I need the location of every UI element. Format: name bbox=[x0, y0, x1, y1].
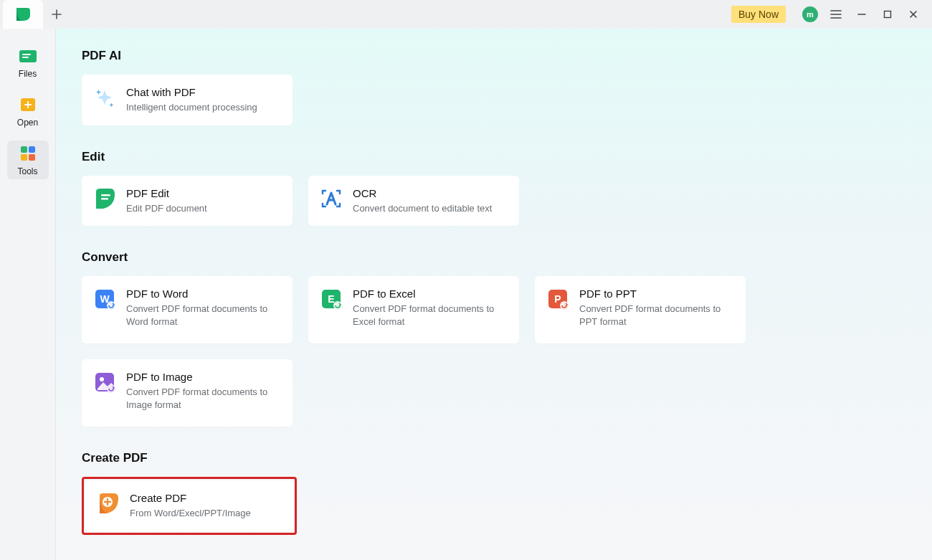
svg-text:P: P bbox=[554, 293, 561, 305]
sidebar-item-files[interactable]: Files bbox=[7, 43, 49, 82]
card-subtitle: Edit PDF document bbox=[126, 202, 207, 215]
tools-icon bbox=[18, 145, 38, 162]
card-pdf-to-excel[interactable]: E PDF to Excel Convert PDF format docume… bbox=[308, 276, 519, 343]
svg-rect-3 bbox=[22, 57, 29, 58]
maximize-icon bbox=[883, 9, 893, 19]
card-title: PDF Edit bbox=[126, 187, 207, 199]
ppt-icon: P bbox=[546, 288, 569, 310]
sidebar-item-label: Files bbox=[19, 69, 37, 79]
titlebar: Buy Now m bbox=[0, 0, 932, 29]
sidebar-item-label: Tools bbox=[17, 166, 37, 176]
files-icon bbox=[18, 47, 38, 65]
card-pdf-to-image[interactable]: PDF to Image Convert PDF format document… bbox=[82, 359, 293, 427]
card-create-pdf[interactable]: Create PDF From Word/Execl/PPT/Image bbox=[85, 480, 293, 531]
svg-rect-9 bbox=[101, 194, 110, 196]
section-heading: Create PDF bbox=[82, 451, 932, 465]
card-title: Create PDF bbox=[130, 492, 251, 504]
plus-icon bbox=[52, 9, 62, 19]
word-icon: W bbox=[93, 288, 116, 310]
app-logo-icon bbox=[14, 6, 32, 22]
card-title: PDF to Image bbox=[126, 371, 281, 383]
sidebar-item-tools[interactable]: Tools bbox=[7, 141, 49, 179]
card-title: PDF to PPT bbox=[579, 288, 734, 300]
card-subtitle: Convert document to editable text bbox=[353, 202, 492, 215]
sidebar-item-label: Open bbox=[17, 118, 38, 128]
svg-rect-6 bbox=[29, 146, 35, 153]
svg-point-19 bbox=[560, 301, 569, 310]
section-edit: Edit PDF Edit Edit PDF document bbox=[82, 150, 932, 227]
card-ocr[interactable]: OCR Convert document to editable text bbox=[308, 176, 519, 227]
section-heading: PDF AI bbox=[82, 49, 932, 63]
svg-rect-0 bbox=[885, 11, 891, 18]
sparkle-icon bbox=[93, 86, 116, 109]
hamburger-icon bbox=[830, 9, 842, 19]
avatar-badge-icon: m bbox=[802, 6, 818, 22]
card-pdf-to-ppt[interactable]: P PDF to PPT Convert PDF format document… bbox=[535, 276, 746, 343]
main-content: PDF AI Chat with PDF Intelligent documen… bbox=[56, 29, 932, 560]
buy-now-button[interactable]: Buy Now bbox=[731, 6, 786, 23]
minimize-icon bbox=[857, 9, 867, 19]
svg-rect-5 bbox=[21, 146, 27, 153]
card-title: PDF to Word bbox=[126, 288, 281, 300]
card-pdf-edit[interactable]: PDF Edit Edit PDF document bbox=[82, 176, 293, 227]
section-create-pdf: Create PDF Create PDF bbox=[82, 451, 932, 535]
window-minimize-button[interactable] bbox=[849, 1, 875, 27]
section-pdf-ai: PDF AI Chat with PDF Intelligent documen… bbox=[82, 49, 932, 125]
svg-rect-10 bbox=[101, 198, 108, 199]
close-icon bbox=[908, 9, 918, 19]
card-subtitle: Convert PDF format documents to Excel fo… bbox=[353, 303, 508, 328]
svg-text:E: E bbox=[328, 293, 334, 305]
account-avatar[interactable]: m bbox=[797, 1, 823, 27]
window-close-button[interactable] bbox=[900, 1, 926, 27]
card-subtitle: From Word/Execl/PPT/Image bbox=[130, 507, 251, 520]
card-subtitle: Intelligent document processing bbox=[126, 101, 257, 114]
card-subtitle: Convert PDF format documents to Image fo… bbox=[126, 386, 281, 411]
ocr-icon bbox=[320, 187, 343, 210]
new-tab-button[interactable] bbox=[43, 0, 70, 29]
window-maximize-button[interactable] bbox=[875, 1, 900, 27]
highlighted-card: Create PDF From Word/Execl/PPT/Image bbox=[82, 477, 297, 535]
svg-rect-8 bbox=[29, 154, 35, 161]
sidebar-item-open[interactable]: Open bbox=[7, 92, 49, 130]
svg-rect-7 bbox=[21, 154, 27, 161]
section-convert: Convert W PDF to Word bbox=[82, 250, 932, 427]
svg-point-22 bbox=[107, 384, 115, 393]
card-chat-with-pdf[interactable]: Chat with PDF Intelligent document proce… bbox=[82, 75, 293, 125]
pdf-edit-icon bbox=[93, 187, 116, 210]
create-pdf-icon bbox=[97, 492, 120, 515]
card-title: Chat with PDF bbox=[126, 86, 257, 98]
section-heading: Convert bbox=[82, 250, 932, 265]
card-subtitle: Convert PDF format documents to Word for… bbox=[126, 303, 281, 328]
svg-rect-1 bbox=[19, 50, 37, 62]
app-menu-button[interactable] bbox=[823, 1, 849, 27]
svg-point-13 bbox=[107, 301, 115, 310]
card-title: OCR bbox=[353, 187, 492, 199]
section-heading: Edit bbox=[82, 150, 932, 164]
card-subtitle: Convert PDF format documents to PPT form… bbox=[579, 303, 734, 328]
svg-rect-2 bbox=[22, 54, 31, 55]
card-pdf-to-word[interactable]: W PDF to Word Convert PDF format documen… bbox=[82, 276, 293, 343]
svg-point-16 bbox=[333, 301, 342, 310]
excel-icon: E bbox=[320, 288, 343, 310]
image-icon bbox=[93, 371, 116, 394]
card-title: PDF to Excel bbox=[353, 288, 508, 300]
home-tab[interactable] bbox=[3, 0, 43, 29]
svg-point-21 bbox=[100, 377, 104, 381]
open-icon bbox=[18, 96, 38, 113]
sidebar: Files Open Tools bbox=[0, 29, 56, 560]
